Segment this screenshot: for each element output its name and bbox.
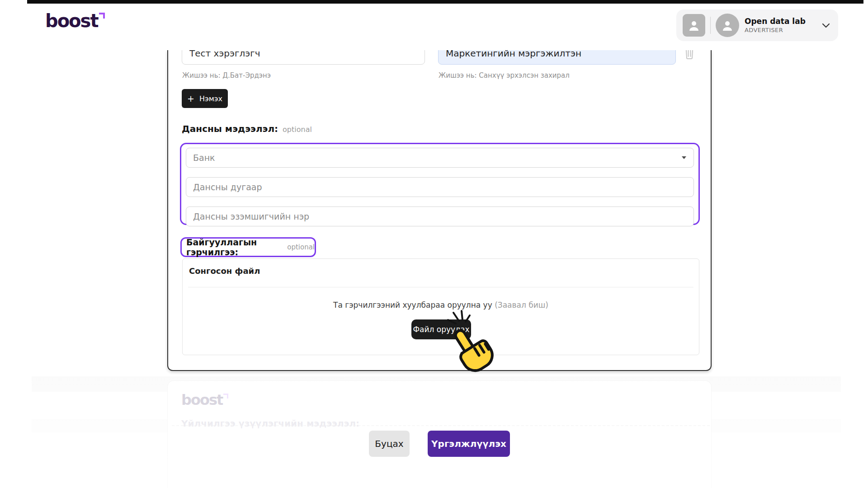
add-button-label: Нэмэх xyxy=(199,94,222,103)
boost-logo[interactable]: boost xyxy=(45,12,105,30)
next-section-heading: Үйлчилгээ үзүүлэгчийн мэдээлэл: xyxy=(181,418,359,429)
logo-text: boost xyxy=(181,393,222,407)
account-number-input[interactable] xyxy=(186,177,694,197)
certificate-label-highlight: Байгууллагын гэрчилгээ: optional xyxy=(180,237,316,257)
account-role: ADVERTISER xyxy=(745,26,822,34)
contact-position-hint: Жишээ нь: Санхүү эрхэлсэн захирал xyxy=(439,71,570,80)
account-text: Open data lab ADVERTISER xyxy=(745,16,822,34)
user-icon xyxy=(688,19,700,31)
user-avatar[interactable] xyxy=(716,14,739,37)
optional-badge: optional xyxy=(287,243,315,251)
logo-mark xyxy=(99,13,105,19)
account-holder-input[interactable] xyxy=(186,206,694,226)
service-provider-form-card: Жишээ нь: Д.Бат-Эрдэнэ Жишээ нь: Санхүү … xyxy=(167,50,712,371)
continue-button[interactable]: Үргэлжлүүлэх xyxy=(428,431,510,457)
chevron-down-icon[interactable] xyxy=(822,23,830,28)
optional-badge: optional xyxy=(283,125,312,134)
page-root: boost Үйлчилгээ үзүүлэгчийн мэдээлэл: Жи… xyxy=(0,0,868,488)
divider xyxy=(188,287,693,287)
account-switcher[interactable]: Open data lab ADVERTISER xyxy=(676,9,838,41)
logo-mark xyxy=(223,394,228,399)
contact-name-hint: Жишээ нь: Д.Бат-Эрдэнэ xyxy=(182,71,271,80)
bank-select[interactable]: Банк xyxy=(186,148,694,168)
account-info-label: Дансны мэдээлэл: optional xyxy=(182,123,312,134)
certificate-upload-box: Сонгосон файл Та гэрчилгээний хуулбараа … xyxy=(182,258,699,355)
org-avatar[interactable] xyxy=(683,14,705,37)
header: boost Open data lab ADVERTISER xyxy=(0,0,868,50)
bank-select-placeholder: Банк xyxy=(193,153,215,163)
account-name: Open data lab xyxy=(745,16,822,26)
window-top-bar xyxy=(27,0,863,4)
cursor-hand-icon xyxy=(448,324,498,372)
account-info-label-text: Дансны мэдээлэл: xyxy=(182,123,278,134)
caret-down-icon xyxy=(681,156,687,160)
certificate-label-text: Байгууллагын гэрчилгээ: xyxy=(186,237,283,257)
back-button[interactable]: Буцах xyxy=(369,431,410,457)
add-contact-button[interactable]: + Нэмэх xyxy=(182,89,228,108)
boost-logo-faded: boost xyxy=(181,393,228,407)
plus-icon: + xyxy=(187,94,194,103)
user-icon xyxy=(722,19,733,31)
divider xyxy=(172,425,710,426)
divider xyxy=(710,17,711,34)
bank-fields-highlight-group: Банк xyxy=(180,143,700,225)
logo-text: boost xyxy=(45,12,98,30)
upload-hint-note: (Заавал биш) xyxy=(495,300,548,310)
selected-file-label: Сонгосон файл xyxy=(189,266,260,276)
